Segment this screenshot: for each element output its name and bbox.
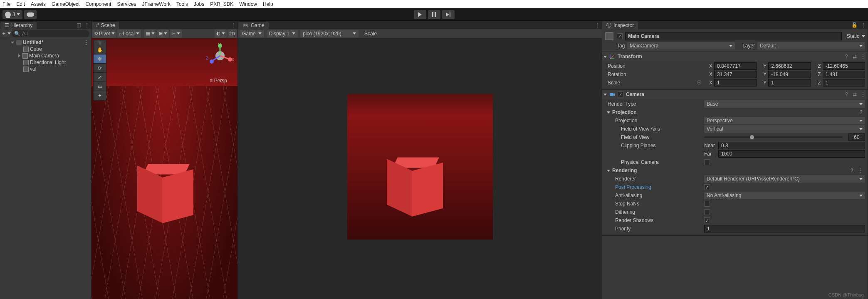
play-button[interactable]	[414, 10, 426, 19]
component-menu-icon[interactable]: ⋮	[860, 91, 866, 97]
scene-view[interactable]: ✋ ✥ ⟳ ⤢ ▭ ✦ y x z	[91, 38, 237, 299]
menu-jobs[interactable]: Jobs	[194, 1, 204, 7]
aa-dropdown[interactable]: No Anti-aliasing	[704, 192, 865, 199]
foldout-icon[interactable]	[607, 170, 610, 172]
grid-button[interactable]: ▦	[144, 30, 156, 38]
scale-tool[interactable]: ⤢	[94, 73, 106, 82]
pivot-dropdown[interactable]: ⟲Pivot	[92, 30, 116, 38]
position-x[interactable]: 0.8487717	[714, 62, 757, 70]
menu-assets[interactable]: Assets	[31, 1, 46, 7]
position-z[interactable]: -12.60465	[823, 62, 865, 70]
help-icon[interactable]: ?	[843, 54, 849, 59]
foldout-icon[interactable]	[603, 94, 607, 96]
game-view[interactable]	[238, 38, 602, 299]
physical-camera-checkbox[interactable]	[704, 159, 710, 165]
snap-button[interactable]: ⊞	[157, 30, 169, 38]
menu-file[interactable]: File	[2, 1, 10, 7]
tree-item-main-camera[interactable]: Main Camera	[0, 52, 91, 59]
constrain-icon[interactable]: ⦿	[697, 80, 702, 86]
dithering-checkbox[interactable]	[704, 209, 710, 215]
pause-button[interactable]	[428, 10, 440, 19]
foldout-icon[interactable]	[11, 42, 14, 44]
game-tab[interactable]: 🎮 Game	[238, 21, 269, 29]
space-dropdown[interactable]: ⌂Local	[117, 30, 141, 38]
menu-jframework[interactable]: JFrameWork	[142, 1, 170, 7]
menu-edit[interactable]: Edit	[16, 1, 25, 7]
rect-tool[interactable]: ▭	[94, 82, 106, 91]
layer-dropdown[interactable]: Default	[757, 42, 865, 49]
help-icon[interactable]: ?	[843, 91, 849, 97]
shading-dropdown[interactable]: ◐	[215, 30, 227, 38]
hierarchy-tab[interactable]: ☰ Hierarchy	[0, 21, 37, 29]
menu-pxr-sdk[interactable]: PXR_SDK	[210, 1, 233, 7]
cloud-button[interactable]	[24, 10, 37, 19]
preset-icon[interactable]: ⇄	[852, 91, 858, 97]
tag-dropdown[interactable]: MainCamera	[627, 42, 735, 49]
menu-gameobject[interactable]: GameObject	[52, 1, 79, 7]
menu-window[interactable]: Window	[239, 1, 257, 7]
static-dropdown[interactable]	[862, 35, 865, 37]
camera-enable-checkbox[interactable]	[618, 91, 623, 97]
panel-menu-icon[interactable]: ⋮	[595, 22, 600, 28]
account-dropdown[interactable]: J	[2, 10, 22, 19]
rotation-z[interactable]: 1.481	[823, 71, 865, 78]
scene-tab[interactable]: # Scene	[91, 21, 120, 29]
fov-axis-dropdown[interactable]: Vertical	[704, 125, 865, 133]
game-target-dropdown[interactable]: Game	[240, 30, 264, 37]
aspect-dropdown[interactable]: pico (1920x1920)	[300, 30, 359, 37]
component-menu-icon[interactable]: ⋮	[860, 54, 866, 59]
mode-2d[interactable]: 2D	[228, 30, 237, 38]
lock-icon[interactable]: 🔓	[851, 22, 858, 28]
menu-tools[interactable]: Tools	[176, 1, 188, 7]
scale-y[interactable]: 1	[768, 79, 811, 86]
preset-icon[interactable]: ⇄	[852, 54, 858, 59]
near-field[interactable]: 0.3	[718, 142, 865, 149]
foldout-icon[interactable]	[603, 56, 607, 58]
stop-nans-checkbox[interactable]	[704, 201, 710, 207]
rotation-x[interactable]: 31.347	[714, 71, 757, 78]
render-type-dropdown[interactable]: Base	[704, 100, 865, 108]
hierarchy-search[interactable]: 🔍 All	[12, 30, 89, 37]
orientation-gizmo[interactable]: y x z	[208, 43, 232, 69]
create-dropdown[interactable]: ＋	[2, 30, 10, 37]
scale-z[interactable]: 1	[823, 79, 865, 86]
position-y[interactable]: 2.668682	[768, 62, 811, 70]
foldout-icon[interactable]	[18, 54, 20, 57]
rotation-y[interactable]: -18.049	[768, 71, 811, 78]
scene-menu-icon[interactable]: ⋮	[84, 40, 89, 45]
render-shadows-checkbox[interactable]	[704, 217, 710, 223]
hand-tool[interactable]: ✋	[94, 45, 106, 54]
scale-x[interactable]: 1	[714, 79, 757, 86]
menu-component[interactable]: Component	[85, 1, 111, 7]
active-checkbox[interactable]	[617, 33, 623, 39]
transform-tool[interactable]: ✦	[94, 91, 106, 100]
scene-row[interactable]: Untitled* ⋮	[0, 39, 91, 46]
tree-item-vol[interactable]: vol	[0, 66, 91, 72]
projection-dropdown[interactable]: Perspective	[704, 117, 865, 124]
persp-toggle[interactable]: ≡ Persp	[210, 78, 227, 84]
tree-item-directional-light[interactable]: Directional Light	[0, 59, 91, 66]
panel-menu-icon[interactable]: ⋮	[861, 22, 866, 28]
fov-slider[interactable]	[704, 133, 843, 141]
help-icon[interactable]: ?	[851, 168, 853, 173]
component-menu-icon[interactable]: ⋮	[858, 168, 863, 173]
rotate-tool[interactable]: ⟳	[94, 64, 106, 73]
panel-menu-icon[interactable]: ⋮	[231, 22, 236, 28]
renderer-dropdown[interactable]: Default Renderer (URPAssetRendererPC)	[704, 175, 865, 183]
tree-item-cube[interactable]: Cube	[0, 46, 91, 52]
inspector-tab[interactable]: ⓘ Inspector	[602, 21, 638, 30]
panel-maximize-icon[interactable]: ◫	[77, 22, 81, 28]
fov-value[interactable]: 60	[848, 133, 865, 141]
display-dropdown[interactable]: Display 1	[267, 30, 298, 37]
help-icon[interactable]: ?	[860, 109, 863, 115]
foldout-icon[interactable]	[607, 111, 610, 114]
step-button[interactable]	[442, 10, 455, 19]
object-name-field[interactable]: Main Camera	[625, 32, 842, 40]
menu-help[interactable]: Help	[263, 1, 273, 7]
move-tool[interactable]: ✥	[94, 54, 106, 64]
priority-field[interactable]: 1	[704, 225, 865, 232]
menu-services[interactable]: Services	[117, 1, 136, 7]
far-field[interactable]: 1000	[718, 150, 865, 158]
post-processing-checkbox[interactable]	[704, 184, 710, 190]
panel-menu-icon[interactable]: ⋮	[84, 22, 89, 28]
